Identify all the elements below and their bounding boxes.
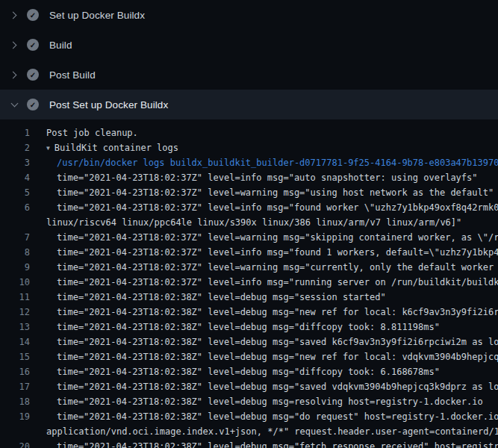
line-number[interactable]: 8 (0, 247, 30, 258)
log-text: ▼BuildKit container logs (46, 143, 178, 153)
line-number[interactable]: 6 (0, 202, 30, 213)
log-text: application/vnd.oci.image.index.v1+json,… (46, 426, 498, 437)
check-circle-icon: ✓ (27, 69, 39, 81)
line-number[interactable]: 14 (0, 337, 30, 347)
log-line: 17time="2021-04-23T18:02:38Z" level=debu… (0, 379, 498, 394)
log-line: 13time="2021-04-23T18:02:38Z" level=debu… (0, 320, 498, 335)
log-line: 16time="2021-04-23T18:02:38Z" level=debu… (0, 364, 498, 379)
chevron-right-icon[interactable] (9, 69, 19, 80)
line-number[interactable]: 3 (0, 158, 30, 168)
log-text: time="2021-04-23T18:02:37Z" level=info m… (57, 247, 498, 258)
check-circle-icon: ✓ (27, 39, 39, 51)
log-line: 18time="2021-04-23T18:02:38Z" level=debu… (0, 394, 498, 409)
log-line: 20time="2021-04-23T18:02:38Z" level=debu… (0, 439, 498, 448)
line-number[interactable]: 20 (0, 441, 30, 448)
check-circle-icon: ✓ (27, 99, 39, 111)
group-title[interactable]: BuildKit container logs (55, 143, 178, 153)
log-text: time="2021-04-23T18:02:38Z" level=debug … (57, 396, 483, 407)
log-text: time="2021-04-23T18:02:37Z" level=info m… (57, 202, 498, 213)
line-number[interactable]: 1 (0, 128, 30, 138)
step-header-post-set-up-docker-buildx[interactable]: ✓Post Set up Docker Buildx (0, 90, 498, 119)
log-line: 8time="2021-04-23T18:02:37Z" level=info … (0, 245, 498, 260)
line-number[interactable]: 7 (0, 232, 30, 243)
step-label: Build (49, 40, 72, 51)
log-text: time="2021-04-23T18:02:38Z" level=debug … (57, 322, 440, 332)
line-number[interactable]: 10 (0, 277, 30, 287)
line-number[interactable]: 2 (0, 143, 30, 153)
step-header-set-up-docker-buildx[interactable]: ✓Set up Docker Buildx (0, 0, 498, 30)
log-line: 5time="2021-04-23T18:02:37Z" level=warni… (0, 185, 498, 200)
log-line: 6time="2021-04-23T18:02:37Z" level=info … (0, 200, 498, 215)
log-line: 11time="2021-04-23T18:02:38Z" level=debu… (0, 290, 498, 305)
step-label: Set up Docker Buildx (49, 10, 145, 21)
chevron-right-icon[interactable] (9, 10, 19, 20)
chevron-glyph (10, 71, 17, 78)
triangle-down-icon[interactable]: ▼ (46, 145, 50, 152)
log-text: time="2021-04-23T18:02:38Z" level=debug … (57, 367, 440, 377)
line-number[interactable]: 15 (0, 352, 30, 362)
log-line: 15time="2021-04-23T18:02:38Z" level=debu… (0, 349, 498, 364)
step-label: Post Set up Docker Buildx (49, 99, 168, 111)
log-line: 4time="2021-04-23T18:02:37Z" level=info … (0, 170, 498, 185)
chevron-down-icon[interactable] (9, 99, 19, 110)
log-line: 3/usr/bin/docker logs buildx_buildkit_bu… (0, 155, 498, 170)
log-line: 9time="2021-04-23T18:02:37Z" level=warni… (0, 260, 498, 275)
log-text: time="2021-04-23T18:02:38Z" level=debug … (57, 337, 498, 347)
log-text: Post job cleanup. (46, 128, 138, 138)
log-line: 10time="2021-04-23T18:02:37Z" level=info… (0, 275, 498, 290)
log-text: time="2021-04-23T18:02:37Z" level=warnin… (57, 232, 498, 243)
line-number[interactable]: 18 (0, 396, 30, 407)
log-line: 19time="2021-04-23T18:02:38Z" level=debu… (0, 409, 498, 424)
chevron-glyph (10, 41, 17, 49)
log-text: time="2021-04-23T18:02:37Z" level=info m… (57, 277, 498, 287)
log-line: 7time="2021-04-23T18:02:37Z" level=warni… (0, 230, 498, 245)
check-circle-icon: ✓ (27, 9, 39, 21)
line-number[interactable]: 12 (0, 307, 30, 317)
log-text: time="2021-04-23T18:02:37Z" level=info m… (57, 172, 478, 183)
line-number[interactable]: 4 (0, 172, 30, 183)
log-line: 12time="2021-04-23T18:02:38Z" level=debu… (0, 305, 498, 320)
line-number[interactable]: 13 (0, 322, 30, 332)
log-text: time="2021-04-23T18:02:38Z" level=debug … (57, 382, 498, 392)
log-text: time="2021-04-23T18:02:38Z" level=debug … (57, 352, 498, 362)
log-line: 2▼BuildKit container logs (0, 140, 498, 155)
log-text: time="2021-04-23T18:02:37Z" level=warnin… (57, 262, 498, 273)
chevron-glyph (10, 11, 17, 19)
step-label: Post Build (49, 69, 96, 81)
log-text: time="2021-04-23T18:02:38Z" level=debug … (57, 307, 498, 317)
line-number[interactable]: 19 (0, 411, 30, 422)
log-line-continuation: linux/riscv64 linux/ppc64le linux/s390x … (0, 215, 498, 230)
log-line: 14time="2021-04-23T18:02:38Z" level=debu… (0, 335, 498, 349)
line-number[interactable]: 11 (0, 292, 30, 302)
line-number[interactable]: 9 (0, 262, 30, 273)
log-text: time="2021-04-23T18:02:37Z" level=warnin… (57, 187, 494, 198)
log-area: 1Post job cleanup.2▼BuildKit container l… (0, 119, 498, 448)
chevron-right-icon[interactable] (9, 40, 19, 50)
log-text: time="2021-04-23T18:02:38Z" level=debug … (57, 411, 498, 422)
line-number[interactable]: 5 (0, 187, 30, 198)
step-header-build[interactable]: ✓Build (0, 30, 498, 60)
line-number[interactable]: 16 (0, 367, 30, 377)
log-text: time="2021-04-23T18:02:38Z" level=debug … (57, 441, 498, 448)
line-number[interactable]: 17 (0, 382, 30, 392)
command-text: /usr/bin/docker logs buildx_buildkit_bui… (57, 158, 498, 168)
log-text: linux/riscv64 linux/ppc64le linux/s390x … (46, 217, 461, 228)
chevron-glyph (10, 100, 18, 108)
log-text: time="2021-04-23T18:02:38Z" level=debug … (57, 292, 386, 302)
step-header-post-build[interactable]: ✓Post Build (0, 60, 498, 90)
log-line: 1Post job cleanup. (0, 125, 498, 140)
log-line-continuation: application/vnd.oci.image.index.v1+json,… (0, 424, 498, 439)
steps-list: ✓Set up Docker Buildx✓Build✓Post Build✓P… (0, 0, 498, 119)
